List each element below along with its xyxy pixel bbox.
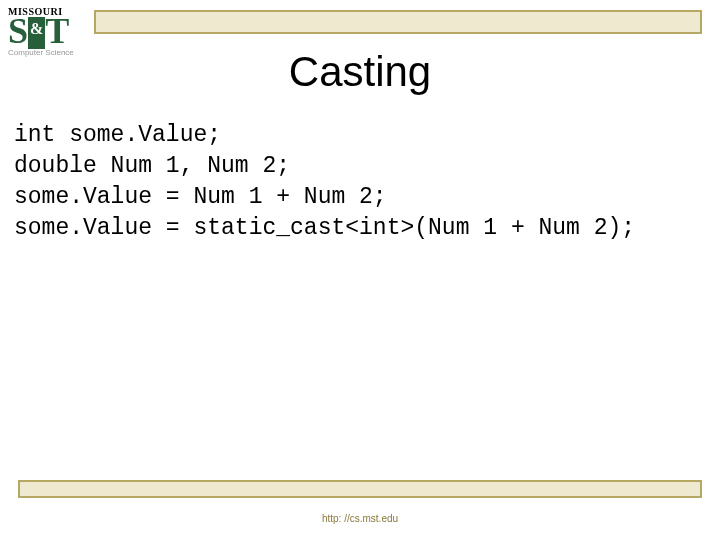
code-block: int some.Value; double Num 1, Num 2; som… <box>14 120 710 244</box>
logo-st-mark: S & T <box>8 15 86 47</box>
logo-letter-s: S <box>8 15 28 47</box>
top-decorative-bar <box>94 10 702 34</box>
slide-title: Casting <box>0 48 720 96</box>
code-line-3: some.Value = Num 1 + Num 2; <box>14 184 387 210</box>
bottom-decorative-bar <box>18 480 702 498</box>
code-line-2: double Num 1, Num 2; <box>14 153 290 179</box>
footer-url: http: //cs.mst.edu <box>0 513 720 524</box>
logo-letter-t: T <box>45 15 69 47</box>
code-line-1: int some.Value; <box>14 122 221 148</box>
code-line-4: some.Value = static_cast<int>(Num 1 + Nu… <box>14 215 635 241</box>
logo-ampersand: & <box>28 17 45 49</box>
slide: MISSOURI S & T Computer Science Casting … <box>0 0 720 540</box>
